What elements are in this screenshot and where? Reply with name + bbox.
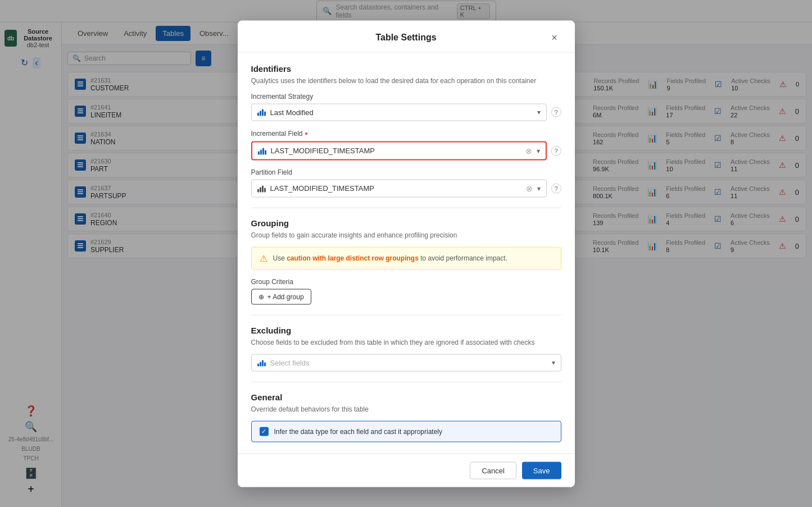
incremental-strategy-label: Incremental Strategy <box>251 92 561 100</box>
modal-close-button[interactable]: × <box>548 30 561 44</box>
save-button[interactable]: Save <box>522 462 561 479</box>
incremental-field-select[interactable]: LAST_MODIFIED_TIMESTAMP ⊗ ▾ <box>251 141 547 160</box>
excluding-heading: Excluding <box>251 325 561 335</box>
partition-field-help-icon[interactable]: ? <box>551 183 561 193</box>
bar-chart-icon-strategy <box>257 108 266 116</box>
infer-datatype-checkbox-area[interactable]: ✓ Infer the data type for each field and… <box>251 421 561 442</box>
modal-header: Table Settings × <box>238 20 575 52</box>
chevron-down-icon-field: ▾ <box>537 147 540 154</box>
add-group-button[interactable]: ⊕ + Add group <box>251 289 311 304</box>
divider-grouping <box>251 207 561 208</box>
modal-footer: Cancel Save <box>238 453 575 487</box>
partition-field-select[interactable]: LAST_MODIFIED_TIMESTAMP ⊗ ▾ <box>251 179 547 197</box>
grouping-section: Grouping Group fields to gain accurate i… <box>251 218 561 304</box>
warning-icon-grouping: ⚠ <box>260 253 267 263</box>
modal-body: Identifiers Qualytics uses the identifie… <box>238 52 575 453</box>
incremental-field-row: LAST_MODIFIED_TIMESTAMP ⊗ ▾ ? <box>251 141 561 160</box>
infer-datatype-checkbox[interactable]: ✓ <box>260 427 269 436</box>
grouping-heading: Grouping <box>251 218 561 227</box>
partition-field-clear-button[interactable]: ⊗ <box>526 184 533 193</box>
general-section: General Override default behaviors for t… <box>251 392 561 442</box>
incremental-field-clear-button[interactable]: ⊗ <box>525 146 532 155</box>
warning-bold-text: caution with large distinct row grouping… <box>287 254 419 262</box>
warning-text: Use caution with large distinct row grou… <box>273 254 507 262</box>
grouping-warning: ⚠ Use caution with large distinct row gr… <box>251 246 561 270</box>
incremental-field-label: Incremental Field • <box>251 129 561 138</box>
partition-field-row: LAST_MODIFIED_TIMESTAMP ⊗ ▾ ? <box>251 179 561 197</box>
cancel-button[interactable]: Cancel <box>470 462 516 479</box>
identifiers-description: Qualytics uses the identifiers below to … <box>251 76 561 84</box>
general-description: Override default behaviors for this tabl… <box>251 405 561 413</box>
infer-datatype-label: Infer the data type for each field and c… <box>274 427 443 435</box>
incremental-field-value: LAST_MODIFIED_TIMESTAMP <box>271 147 521 155</box>
bar-chart-icon-partition <box>257 184 266 192</box>
chevron-down-icon: ▾ <box>537 108 541 116</box>
partition-field-label: Partition Field <box>251 168 561 176</box>
table-settings-modal: Table Settings × Identifiers Qualytics u… <box>238 20 575 487</box>
incremental-strategy-select[interactable]: Last Modified ▾ <box>251 103 547 121</box>
identifiers-heading: Identifiers <box>251 63 561 73</box>
identifiers-section: Identifiers Qualytics uses the identifie… <box>251 63 561 197</box>
excluding-fields-select[interactable]: Select fields ▾ <box>251 354 561 371</box>
add-group-label: + Add group <box>267 293 304 300</box>
excluding-select-placeholder: Select fields <box>270 358 547 367</box>
required-indicator: • <box>305 129 308 138</box>
bar-chart-icon-excluding <box>257 359 266 367</box>
group-criteria-label: Group Criteria <box>251 277 561 285</box>
bar-chart-icon-field <box>258 147 266 154</box>
chevron-down-icon-partition: ▾ <box>537 184 541 192</box>
divider-general <box>251 381 561 382</box>
general-heading: General <box>251 392 561 401</box>
plus-circle-icon: ⊕ <box>258 293 264 300</box>
divider-excluding <box>251 314 561 315</box>
grouping-description: Group fields to gain accurate insights a… <box>251 231 561 239</box>
chevron-down-icon-excluding: ▾ <box>552 359 555 367</box>
excluding-section: Excluding Choose fields to be excluded f… <box>251 325 561 371</box>
incremental-strategy-value: Last Modified <box>270 108 533 116</box>
excluding-description: Choose fields to be excluded from this t… <box>251 338 561 346</box>
partition-field-value: LAST_MODIFIED_TIMESTAMP <box>270 184 521 193</box>
incremental-strategy-help-icon[interactable]: ? <box>551 107 561 117</box>
modal-title: Table Settings <box>265 32 548 42</box>
incremental-field-help-icon[interactable]: ? <box>551 145 561 156</box>
